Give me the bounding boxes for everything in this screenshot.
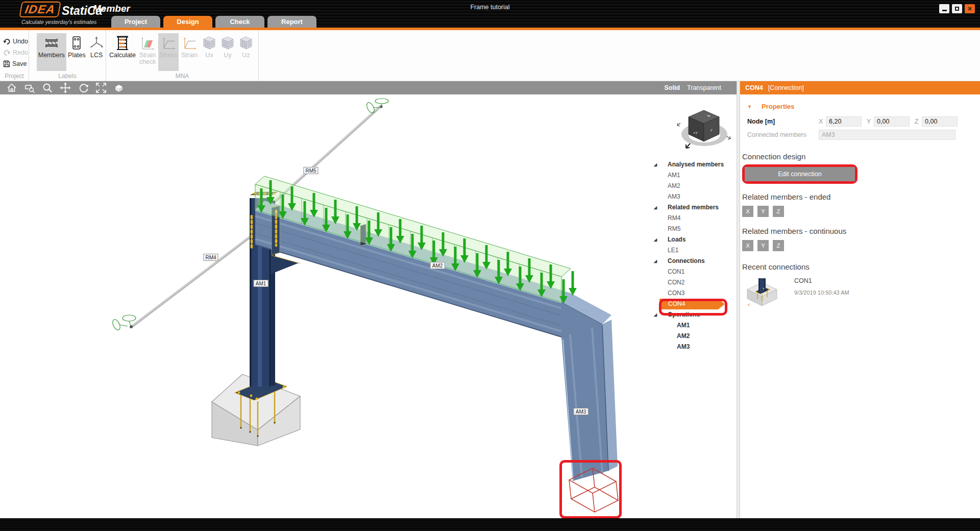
tree-item-le1[interactable]: LE1: [648, 245, 737, 256]
member-label-am2: AM2: [430, 262, 445, 269]
window-title: Frame tutorial: [0, 4, 980, 11]
tutorial-highlight-edit-connection: Edit connection: [742, 164, 857, 184]
strain-check-icon: [140, 35, 155, 51]
member-label-am1: AM1: [254, 280, 268, 287]
zoom-icon[interactable]: [42, 82, 53, 93]
group-label-mna: MNA: [106, 73, 258, 80]
plates-button[interactable]: Plates: [66, 33, 88, 71]
support-symbol-rm5: [365, 99, 388, 114]
model-canvas[interactable]: +Y z RM5 RM4 AM1 AM2 AM3 ◢Analysed membe…: [0, 94, 737, 518]
stress-icon: [161, 35, 176, 51]
pan-icon[interactable]: [60, 82, 71, 93]
member-label-am3: AM3: [574, 408, 589, 415]
expander-icon[interactable]: ◢: [654, 309, 657, 320]
bottom-bar: [0, 518, 980, 531]
continuous-z-button[interactable]: Z: [773, 240, 784, 251]
tree-item-op-am1[interactable]: AM1: [648, 320, 737, 331]
zoom-window-icon[interactable]: [24, 82, 35, 93]
title-bar: IDEA StatiCa® Member Calculate yesterday…: [0, 0, 980, 28]
mode-solid[interactable]: Solid: [665, 84, 680, 91]
calculate-button[interactable]: Calculate: [108, 33, 137, 71]
uz-icon: [238, 35, 254, 51]
tab-design[interactable]: Design: [163, 16, 212, 28]
collapse-triangle-icon[interactable]: ▼: [747, 104, 762, 109]
tree-item-con3[interactable]: CON3: [648, 288, 737, 299]
node-z-input[interactable]: [922, 116, 958, 127]
tree-item-op-am2[interactable]: AM2: [648, 331, 737, 342]
ended-z-button[interactable]: Z: [773, 206, 784, 217]
group-label-project: Project: [0, 73, 29, 80]
tree-section-loads[interactable]: ◢Loads: [648, 234, 737, 245]
expander-icon[interactable]: ◢: [654, 234, 657, 245]
tab-report[interactable]: Report: [267, 16, 316, 28]
tree-item-con1[interactable]: CON1: [648, 267, 737, 277]
tree-section-analysed-members[interactable]: ◢Analysed members: [648, 159, 737, 170]
edit-connection-button[interactable]: Edit connection: [745, 167, 855, 181]
rotate-view-icon[interactable]: [78, 82, 89, 93]
save-button[interactable]: Save: [3, 58, 29, 69]
solid-view-icon[interactable]: [113, 82, 125, 93]
tree-item-con2[interactable]: CON2: [648, 277, 737, 288]
lcs-button[interactable]: LCS: [87, 33, 106, 71]
expander-icon[interactable]: ◢: [654, 256, 657, 267]
tree-item-am1[interactable]: AM1: [648, 170, 737, 181]
connected-members-row: Connected members: [741, 130, 975, 140]
tree-section-connections[interactable]: ◢Connections: [648, 256, 737, 267]
x-axis-label: X: [819, 118, 824, 125]
undo-button[interactable]: Undo: [3, 36, 29, 47]
member-label-rm4: RM4: [203, 254, 218, 261]
tab-check[interactable]: Check: [215, 16, 264, 28]
related-ended-title: Related members - ended: [742, 192, 975, 201]
close-button[interactable]: ✕: [965, 4, 975, 13]
minimize-button[interactable]: [939, 4, 949, 13]
tab-project[interactable]: Project: [111, 16, 160, 28]
tutorial-highlight-con4: [659, 299, 727, 316]
recent-connection-timestamp: 9/3/2019 10:50:43 AM: [794, 289, 849, 296]
continuous-x-button[interactable]: X: [742, 240, 753, 251]
selected-connection-name: CON4: [745, 84, 763, 91]
connection-design-title: Connection design: [742, 152, 975, 161]
redo-icon: [3, 50, 11, 56]
strain-icon: [182, 35, 197, 51]
maximize-button[interactable]: [952, 4, 962, 13]
recent-connection-item[interactable]: CON1 9/3/2019 10:50:43 AM: [745, 276, 975, 308]
navigator-tree: ◢Analysed members AM1 AM2 AM3 ◢Related m…: [648, 159, 737, 352]
properties-section-header[interactable]: ▼ Properties: [741, 103, 975, 110]
related-ended-axes: X Y Z: [742, 206, 975, 217]
panel-divider[interactable]: [737, 81, 740, 518]
selected-item-type: [Connection]: [768, 84, 804, 91]
ux-button: Ux: [200, 33, 218, 71]
mode-transparent[interactable]: Transparent: [687, 84, 721, 91]
model-scene: +Y z: [0, 94, 737, 518]
related-continuous-title: Related members - continuous: [742, 227, 975, 235]
redo-button: Redo: [3, 47, 29, 58]
close-icon: ✕: [967, 6, 972, 12]
brand-tagline: Calculate yesterday's estimates: [21, 19, 96, 25]
zoom-fit-icon[interactable]: [95, 82, 107, 93]
panel-header: CON4 [Connection]: [740, 81, 980, 94]
tree-item-am3[interactable]: AM3: [648, 191, 737, 202]
related-continuous-axes: X Y Z: [742, 240, 975, 251]
idea-logo-mark: IDEA: [19, 2, 61, 17]
node-x-input[interactable]: [826, 116, 862, 127]
tree-section-related-members[interactable]: ◢Related members: [648, 202, 737, 213]
tree-item-rm4[interactable]: RM4: [648, 213, 737, 224]
ended-x-button[interactable]: X: [742, 206, 753, 217]
home-view-icon[interactable]: [6, 82, 17, 93]
viewport: Solid Transparent: [0, 81, 737, 518]
tree-item-op-am3[interactable]: AM3: [648, 342, 737, 352]
expander-icon[interactable]: ◢: [654, 202, 657, 213]
z-axis-label: Z: [915, 118, 920, 125]
undo-icon: [3, 38, 11, 45]
tree-item-rm5[interactable]: RM5: [648, 224, 737, 234]
tree-item-am2[interactable]: AM2: [648, 181, 737, 191]
node-y-input[interactable]: [874, 116, 910, 127]
ended-y-button[interactable]: Y: [757, 206, 769, 217]
lcs-icon: [89, 35, 104, 51]
properties-panel: CON4 [Connection] ▼ Properties Node [m] …: [740, 81, 980, 518]
members-icon: [44, 35, 59, 51]
continuous-y-button[interactable]: Y: [757, 240, 769, 251]
members-button[interactable]: Members: [37, 33, 66, 71]
stress-button[interactable]: Stress: [158, 33, 179, 71]
expander-icon[interactable]: ◢: [654, 159, 657, 170]
